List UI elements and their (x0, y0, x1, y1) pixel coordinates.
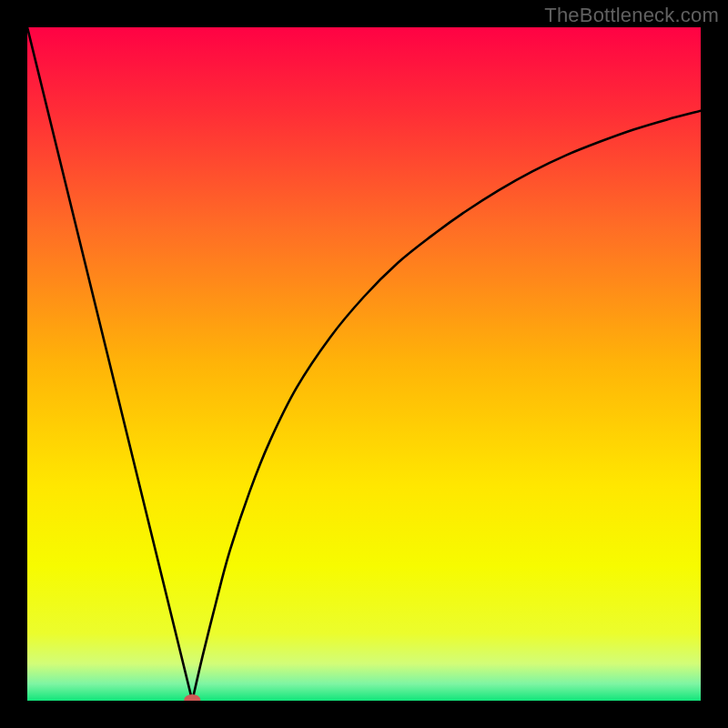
bottleneck-chart (27, 27, 701, 701)
watermark-text: TheBottleneck.com (544, 4, 719, 27)
chart-frame: TheBottleneck.com (0, 0, 728, 728)
gradient-background (27, 27, 701, 701)
plot-area (27, 27, 701, 701)
